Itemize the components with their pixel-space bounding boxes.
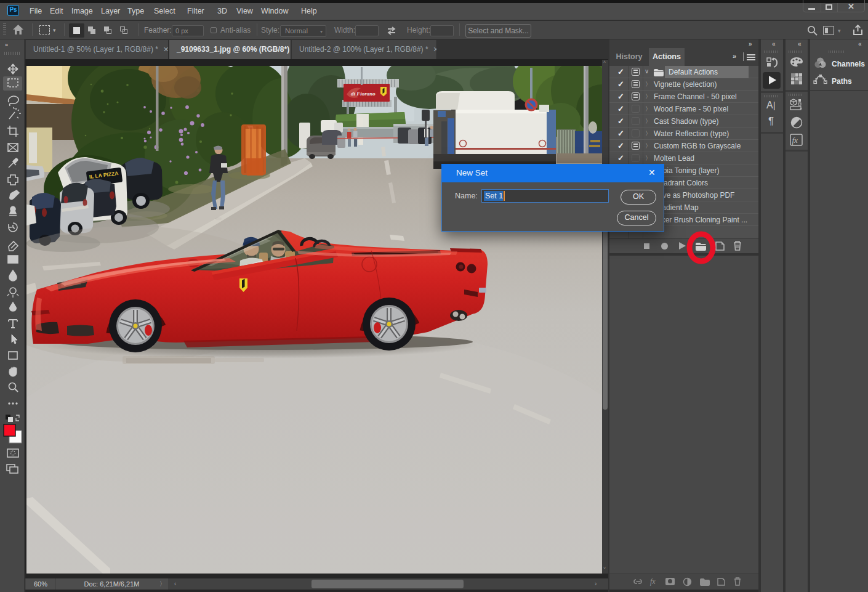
svg-text:di Fiorano: di Fiorano — [351, 91, 376, 97]
svg-text:fx: fx — [792, 136, 798, 145]
